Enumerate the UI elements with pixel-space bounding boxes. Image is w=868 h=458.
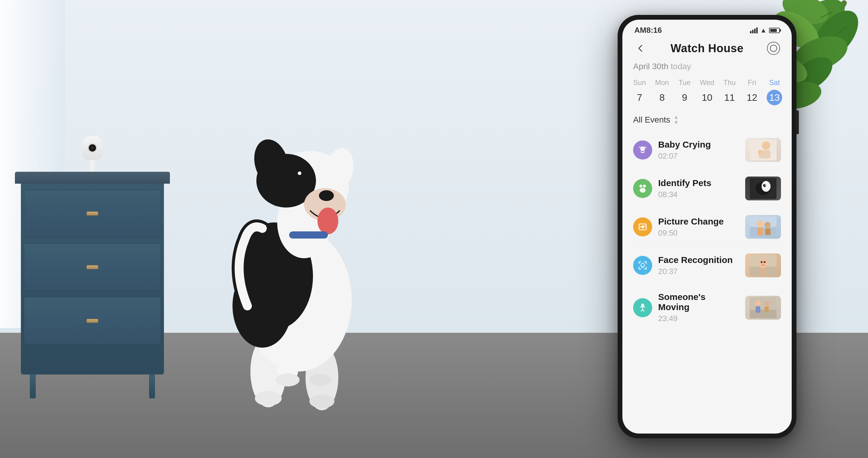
event-thumb-face-recognition xyxy=(745,253,781,277)
svg-point-58 xyxy=(761,261,763,263)
event-info-face-recognition: Face Recognition 20:37 xyxy=(658,255,739,276)
svg-point-44 xyxy=(765,185,766,186)
cal-day-sat[interactable]: Sat 13 xyxy=(764,76,786,108)
cal-day-tue[interactable]: Tue 9 xyxy=(673,76,696,108)
event-info-picture-change: Picture Change 09:50 xyxy=(658,216,739,238)
svg-rect-66 xyxy=(765,307,769,312)
event-icon-someones-moving xyxy=(633,298,652,317)
svg-point-53 xyxy=(641,263,645,267)
event-thumb-someones-moving xyxy=(745,296,781,319)
svg-point-34 xyxy=(762,141,770,150)
event-icon-identify-pets xyxy=(633,179,652,198)
wifi-icon: ▲ xyxy=(760,27,767,34)
event-info-baby-crying: Baby Crying 02:07 xyxy=(658,140,739,161)
back-button[interactable] xyxy=(633,41,648,56)
event-thumb-baby-crying xyxy=(745,138,781,162)
svg-point-22 xyxy=(293,170,304,180)
event-item-identify-pets[interactable]: Identify Pets 08:34 xyxy=(629,170,784,208)
event-icon-face-recognition xyxy=(633,256,652,275)
event-thumb-identify-pets xyxy=(745,177,781,201)
settings-icon xyxy=(767,42,780,55)
event-item-face-recognition[interactable]: Face Recognition 20:37 xyxy=(629,246,784,285)
events-list: Baby Crying 02:07 xyxy=(622,131,792,331)
event-icon-picture-change xyxy=(633,217,652,237)
event-icon-baby-crying xyxy=(633,141,652,159)
svg-point-37 xyxy=(640,185,642,188)
phone-screen: AM8:16 ▲ xyxy=(622,20,792,433)
phone-power-button xyxy=(796,110,799,134)
battery-icon xyxy=(769,28,780,33)
svg-rect-64 xyxy=(755,306,761,313)
svg-rect-57 xyxy=(761,268,766,275)
svg-point-42 xyxy=(762,181,771,192)
camera-lens xyxy=(88,144,97,152)
svg-rect-52 xyxy=(765,228,771,235)
svg-point-26 xyxy=(317,208,338,234)
svg-rect-27 xyxy=(289,232,328,239)
phone-mockup: AM8:16 ▲ xyxy=(618,15,797,438)
signal-icon xyxy=(750,27,758,33)
status-bar: AM8:16 ▲ xyxy=(622,20,792,38)
filter-dropdown-icon: ▲ ▼ xyxy=(674,115,679,125)
app-header: Watch House xyxy=(622,38,792,62)
status-time: AM8:16 xyxy=(634,26,662,35)
filter-row[interactable]: All Events ▲ ▼ xyxy=(622,115,792,131)
dresser-drawer-2 xyxy=(24,243,161,291)
svg-point-30 xyxy=(255,391,282,406)
svg-point-31 xyxy=(309,395,335,408)
dresser-body xyxy=(21,184,164,374)
drawer-handle-3 xyxy=(87,319,98,323)
cal-day-wed[interactable]: Wed 10 xyxy=(696,76,718,108)
svg-point-59 xyxy=(764,261,766,263)
dresser-top xyxy=(15,172,170,184)
event-thumb-picture-change xyxy=(745,215,781,239)
dresser-drawer-1 xyxy=(24,190,161,237)
event-item-baby-crying[interactable]: Baby Crying 02:07 xyxy=(629,131,784,170)
svg-rect-50 xyxy=(757,228,763,235)
cal-day-fri[interactable]: Fri 12 xyxy=(741,76,763,108)
drawer-handle-1 xyxy=(87,211,98,216)
status-icons: ▲ xyxy=(750,27,780,34)
event-item-someones-moving[interactable]: Someone's Moving 23:49 xyxy=(629,285,784,331)
cal-day-mon[interactable]: Mon 8 xyxy=(651,76,673,108)
event-info-identify-pets: Identify Pets 08:34 xyxy=(658,178,739,199)
cal-day-thu[interactable]: Thu 11 xyxy=(718,76,741,108)
svg-rect-62 xyxy=(750,310,776,318)
svg-point-38 xyxy=(643,185,646,188)
dresser-leg-left xyxy=(30,374,36,398)
camera-head xyxy=(82,136,103,160)
svg-point-56 xyxy=(758,258,768,268)
dresser-furniture xyxy=(15,172,170,374)
calendar-strip[interactable]: Sun 7 Mon 8 Tue 9 Wed 10 Thu 11 xyxy=(622,76,792,115)
event-item-picture-change[interactable]: Picture Change 09:50 xyxy=(629,208,784,246)
dresser-leg-right xyxy=(149,374,155,398)
svg-point-49 xyxy=(756,220,764,227)
phone-frame: AM8:16 ▲ xyxy=(618,15,797,438)
drawer-handle-2 xyxy=(87,265,98,269)
settings-button[interactable] xyxy=(766,41,781,56)
camera-neck xyxy=(90,160,95,172)
date-label: April 30th today xyxy=(622,62,792,76)
app-title: Watch House xyxy=(671,42,744,55)
dresser-legs xyxy=(21,374,164,398)
dog-image xyxy=(209,97,432,410)
svg-point-63 xyxy=(755,301,761,306)
svg-point-21 xyxy=(319,190,334,201)
cal-day-sun[interactable]: Sun 7 xyxy=(628,76,651,108)
event-info-someones-moving: Someone's Moving 23:49 xyxy=(658,292,739,323)
svg-point-28 xyxy=(276,373,300,387)
svg-point-29 xyxy=(309,374,332,386)
svg-point-65 xyxy=(765,301,769,306)
dresser-drawer-3 xyxy=(24,297,161,345)
svg-point-36 xyxy=(758,150,763,154)
svg-point-23 xyxy=(298,172,301,175)
svg-point-39 xyxy=(640,188,646,193)
svg-point-60 xyxy=(641,304,644,307)
svg-point-51 xyxy=(765,222,771,228)
